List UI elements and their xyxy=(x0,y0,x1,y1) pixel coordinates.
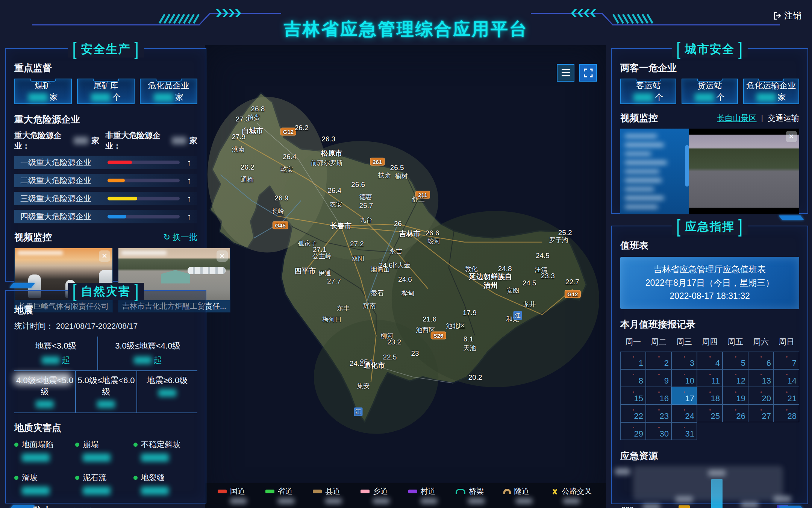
legend-label: 国道 xyxy=(230,486,245,496)
calendar-day[interactable]: 5 xyxy=(723,352,748,369)
temp-label: 26.4 xyxy=(283,153,297,161)
legend-item[interactable]: 省道 xyxy=(265,486,313,504)
calendar-day[interactable]: 28 xyxy=(774,405,799,422)
camera-list-item[interactable] xyxy=(625,205,658,208)
calendar-day[interactable]: 18 xyxy=(697,387,723,405)
hazard-bar-track xyxy=(108,197,180,200)
camera-list-item[interactable] xyxy=(625,196,664,199)
camera-list-item[interactable] xyxy=(625,161,667,164)
tab-transport[interactable]: 交通运输 xyxy=(768,113,799,123)
calendar-day[interactable]: 21 xyxy=(774,387,799,405)
tunnel-icon xyxy=(503,489,511,494)
road-shield-badge: G12 xyxy=(565,290,580,298)
stat-card[interactable]: 尾矿库个 xyxy=(77,79,135,104)
logout-button[interactable]: 注销 xyxy=(773,10,801,21)
calendar-day[interactable]: 6 xyxy=(748,352,774,369)
river-badge: 江 xyxy=(354,407,362,416)
camera-list[interactable] xyxy=(620,129,689,214)
camera-list-item[interactable] xyxy=(625,135,657,138)
calendar-day[interactable]: 23 xyxy=(646,405,671,422)
calendar-day[interactable]: 8 xyxy=(620,369,646,387)
city-label: 德惠 xyxy=(359,192,372,201)
calendar-day[interactable]: 9 xyxy=(646,369,671,387)
legend-count-redacted xyxy=(563,498,580,504)
tab-changbaishan[interactable]: 长白山景区 xyxy=(717,113,757,123)
hazard-bar-label: 四级重大危险源企业 xyxy=(20,211,108,222)
close-icon[interactable]: ✕ xyxy=(217,250,228,262)
redacted-value xyxy=(42,356,60,364)
calendar-day[interactable]: 17 xyxy=(671,387,697,405)
legend-item[interactable]: 隧道 xyxy=(503,486,551,504)
stat-card[interactable]: 煤矿家 xyxy=(14,79,72,104)
calendar-day[interactable]: 13 xyxy=(748,369,774,387)
calendar-day[interactable]: 15 xyxy=(620,387,646,405)
calendar-day[interactable]: 3 xyxy=(671,352,697,369)
city-major-label: 通化市 xyxy=(364,361,385,370)
quake-unit: 起 xyxy=(62,355,70,366)
chart-bar[interactable] xyxy=(679,505,690,508)
calendar-day[interactable]: 27 xyxy=(748,405,774,422)
legend-item[interactable]: 县道 xyxy=(313,486,361,504)
legend-item[interactable]: 桥梁 xyxy=(456,486,503,504)
refresh-batch-button[interactable]: ↻ 换一批 xyxy=(164,232,197,243)
legend-label: 隧道 xyxy=(514,486,529,496)
calendar-day[interactable]: 29 xyxy=(620,422,646,440)
province-map[interactable]: 26.8镇赉27.3白城市27.9G1226.226.3洮南松原市26.4前郭尔… xyxy=(205,45,606,508)
calendar-day[interactable]: 25 xyxy=(697,405,723,422)
stat-card[interactable]: 客运站个 xyxy=(620,79,676,104)
calendar-day[interactable]: 4 xyxy=(697,352,723,369)
redacted-value xyxy=(158,389,176,397)
geo-hazard-item: 泥石流 xyxy=(75,472,133,496)
camera-list-item[interactable] xyxy=(625,179,662,182)
legend-item[interactable]: 乡道 xyxy=(361,486,408,504)
calendar-day[interactable]: 11 xyxy=(697,369,723,387)
calendar-day[interactable]: 31 xyxy=(671,422,697,440)
close-icon[interactable]: ✕ xyxy=(786,131,797,142)
camera-list-item[interactable] xyxy=(625,143,664,146)
city-enterprises-heading: 两客一危企业 xyxy=(612,62,807,74)
calendar-day[interactable]: 2 xyxy=(646,352,671,369)
calendar-day[interactable]: 20 xyxy=(748,387,774,405)
hazard-bar-row: 三级重大危险源企业↑ xyxy=(14,192,197,205)
calendar-day[interactable]: 19 xyxy=(723,387,748,405)
quake-cell: 5.0级≤地震<6.0级 xyxy=(75,371,136,412)
redacted-value xyxy=(22,487,50,495)
calendar-heading: 本月值班接报记录 xyxy=(612,318,807,331)
calendar-day[interactable]: 24 xyxy=(671,405,697,422)
city-label: 乾安 xyxy=(280,165,293,173)
calendar-day[interactable]: 16 xyxy=(646,387,671,405)
redacted-value xyxy=(134,356,152,364)
geo-hazard-name: 崩塌 xyxy=(83,439,98,450)
legend-item[interactable]: 村道 xyxy=(408,486,456,504)
city-label: 北大壶 xyxy=(391,261,410,269)
road-shield-badge: 261 xyxy=(370,158,385,166)
hazard-bar-track xyxy=(108,179,180,182)
temp-label: 26.2 xyxy=(241,163,255,171)
map-legend: 国道省道县道乡道村道桥梁隧道公路交叉 xyxy=(205,483,606,508)
stat-card-value: 个 xyxy=(633,92,663,103)
calendar-day[interactable]: 30 xyxy=(646,422,671,440)
stat-card[interactable]: 危化运输企业家 xyxy=(743,79,799,104)
camera-list-item[interactable] xyxy=(625,152,651,155)
camera-list-item[interactable] xyxy=(625,170,659,173)
hazard-summary: 重大危险源企业： 家 非重大危险源企业： 家 xyxy=(6,130,206,151)
calendar-day[interactable]: 14 xyxy=(774,369,799,387)
map-fullscreen-button[interactable] xyxy=(579,64,597,82)
stat-card[interactable]: 货运站个 xyxy=(682,79,738,104)
scrollbar[interactable] xyxy=(685,145,689,187)
report-dot-icon xyxy=(633,391,634,393)
calendar-day[interactable]: 26 xyxy=(723,405,748,422)
legend-item[interactable]: 公路交叉 xyxy=(551,486,598,504)
calendar-day[interactable]: 22 xyxy=(620,405,646,422)
close-icon[interactable]: ✕ xyxy=(99,250,110,262)
camera-list-item[interactable] xyxy=(625,188,654,191)
green-dot-icon xyxy=(133,443,138,447)
stat-card[interactable]: 危化品企业家 xyxy=(140,79,197,104)
calendar-day[interactable]: 10 xyxy=(671,369,697,387)
calendar-day[interactable]: 7 xyxy=(774,352,799,369)
day-number: 8 xyxy=(639,376,643,386)
calendar-day[interactable]: 12 xyxy=(723,369,748,387)
calendar-day[interactable]: 1 xyxy=(620,352,646,369)
map-layers-button[interactable] xyxy=(557,64,574,82)
legend-item[interactable]: 国道 xyxy=(218,486,265,504)
